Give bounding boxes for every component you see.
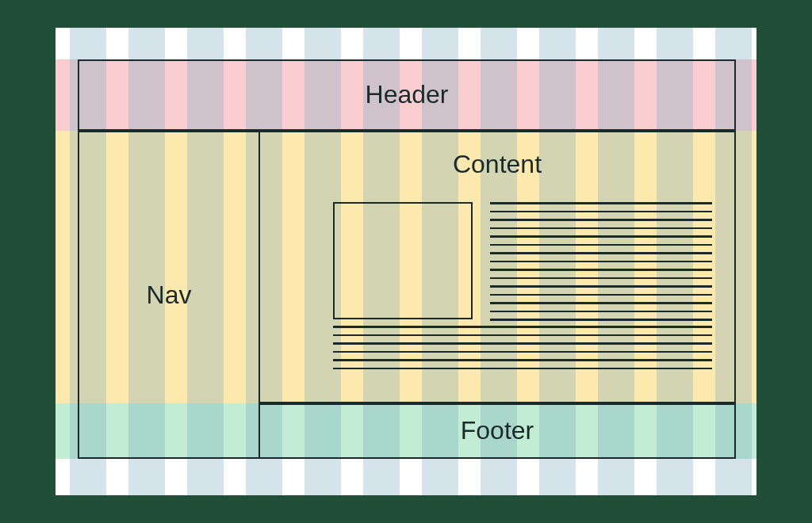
text-line xyxy=(490,319,712,321)
text-line xyxy=(490,302,712,304)
text-line xyxy=(333,359,712,361)
nav-label: Nav xyxy=(147,281,192,310)
content-region: Content xyxy=(260,131,736,403)
diagram-canvas: Header Nav Content Footer xyxy=(56,28,756,495)
text-line xyxy=(490,219,712,221)
header-region: Header xyxy=(78,59,736,131)
text-line xyxy=(490,202,712,204)
text-line xyxy=(490,252,712,254)
text-line xyxy=(490,235,712,238)
text-line xyxy=(333,351,712,353)
footer-label: Footer xyxy=(461,416,534,445)
text-line xyxy=(490,269,712,271)
text-line xyxy=(490,261,712,263)
text-lines-upper xyxy=(490,202,712,327)
content-label: Content xyxy=(260,150,734,179)
text-lines-lower xyxy=(333,326,712,376)
text-line xyxy=(490,285,712,288)
text-line xyxy=(333,368,712,370)
header-label: Header xyxy=(366,80,449,109)
text-line xyxy=(490,244,712,246)
image-placeholder xyxy=(333,202,473,319)
footer-region: Footer xyxy=(260,403,736,459)
nav-region: Nav xyxy=(78,131,260,459)
text-line xyxy=(333,342,712,345)
text-line xyxy=(490,227,712,230)
text-line xyxy=(490,294,712,296)
text-line xyxy=(490,211,712,213)
text-line xyxy=(333,326,712,328)
text-line xyxy=(490,277,712,280)
text-line xyxy=(490,311,712,313)
text-line xyxy=(333,334,712,337)
